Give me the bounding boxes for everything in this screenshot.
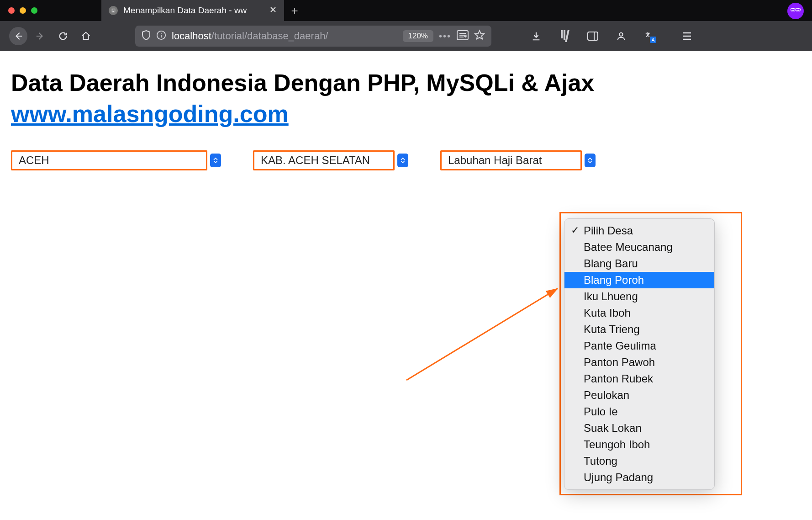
chevron-updown-icon (397, 154, 408, 167)
kabupaten-select[interactable]: KAB. ACEH SELATAN (253, 150, 395, 170)
desa-option[interactable]: Iku Lhueng (564, 288, 714, 305)
bookmark-star-icon[interactable] (474, 30, 485, 42)
desa-select[interactable]: Pilih DesaBatee MeucanangBlang BaruBlang… (564, 218, 715, 490)
desa-option[interactable]: Panton Rubek (564, 371, 714, 387)
desa-option[interactable]: Batee Meucanang (564, 239, 714, 255)
tab-title: Menampilkan Data Daerah - ww (123, 5, 264, 16)
page-content: Data Daerah Indonesia Dengan PHP, MySQLi… (0, 51, 812, 187)
desa-option[interactable]: Pante Geulima (564, 338, 714, 354)
desa-option[interactable]: Peulokan (564, 387, 714, 403)
reload-button[interactable] (53, 26, 73, 46)
chevron-updown-icon (585, 154, 596, 167)
reader-view-icon[interactable] (457, 30, 469, 42)
home-button[interactable] (76, 26, 96, 46)
toolbar-right-icons: A (526, 26, 697, 46)
desa-option[interactable]: Panton Pawoh (564, 354, 714, 371)
desa-option[interactable]: Kuta Iboh (564, 305, 714, 321)
tab-close-icon[interactable] (269, 6, 277, 16)
svg-point-2 (114, 10, 115, 11)
desa-option[interactable]: Tutong (564, 453, 714, 469)
desa-option[interactable]: Teungoh Iboh (564, 436, 714, 453)
desa-option[interactable]: Pulo Ie (564, 403, 714, 420)
svg-point-0 (111, 8, 116, 13)
zoom-indicator[interactable]: 120% (403, 30, 433, 42)
desa-dropdown-list[interactable]: Pilih DesaBatee MeucanangBlang BaruBlang… (564, 218, 715, 490)
downloads-icon[interactable] (526, 26, 546, 46)
kecamatan-select[interactable]: Labuhan Haji Barat (440, 150, 582, 170)
provinsi-select[interactable]: ACEH (11, 150, 207, 170)
menu-icon[interactable] (677, 26, 697, 46)
sidebar-icon[interactable] (583, 26, 603, 46)
svg-line-7 (406, 289, 557, 380)
desa-option[interactable]: Ujung Padang (564, 469, 714, 486)
selects-row: ACEH KAB. ACEH SELATAN Labuhan Haji Bara… (11, 150, 801, 170)
desa-option[interactable]: Kuta Trieng (564, 321, 714, 338)
window-minimize-icon[interactable] (20, 7, 26, 14)
new-tab-button[interactable]: + (284, 4, 305, 18)
kabupaten-value: KAB. ACEH SELATAN (261, 154, 370, 167)
desa-option[interactable]: Blang Baru (564, 255, 714, 272)
window-maximize-icon[interactable] (31, 7, 37, 14)
svg-rect-5 (588, 32, 598, 40)
svg-point-1 (112, 10, 113, 11)
address-bar[interactable]: localhost/tutorial/database_daerah/ 120%… (135, 26, 491, 47)
translate-icon[interactable]: A (639, 26, 659, 46)
provinsi-value: ACEH (19, 154, 49, 167)
window-close-icon[interactable] (8, 7, 15, 14)
tab-strip: Menampilkan Data Daerah - ww + (0, 0, 812, 21)
desa-option[interactable]: Suak Lokan (564, 420, 714, 436)
page-title: Data Daerah Indonesia Dengan PHP, MySQLi… (11, 68, 801, 129)
url-text: localhost/tutorial/database_daerah/ (172, 30, 328, 42)
desa-option[interactable]: Pilih Desa (564, 223, 714, 239)
page-actions-icon[interactable]: ••• (439, 31, 451, 42)
browser-tab[interactable]: Menampilkan Data Daerah - ww (101, 0, 284, 21)
browser-toolbar: localhost/tutorial/database_daerah/ 120%… (0, 21, 812, 51)
library-icon[interactable] (554, 26, 575, 46)
tracking-shield-icon[interactable] (142, 30, 151, 42)
account-icon[interactable] (611, 26, 631, 46)
svg-point-6 (619, 33, 622, 36)
window-controls (8, 7, 37, 14)
browser-chrome: Menampilkan Data Daerah - ww + (0, 0, 812, 51)
site-info-icon[interactable] (156, 30, 166, 42)
chevron-updown-icon (210, 154, 221, 167)
desa-option[interactable]: Blang Poroh (564, 272, 714, 288)
back-button[interactable] (9, 27, 27, 45)
site-link[interactable]: www.malasngoding.com (11, 101, 289, 127)
forward-button[interactable] (30, 26, 50, 46)
kecamatan-value: Labuhan Haji Barat (448, 154, 542, 167)
annotation-arrow-icon (402, 280, 566, 385)
tab-favicon-icon (109, 6, 118, 15)
extension-badge-icon[interactable] (787, 3, 804, 19)
